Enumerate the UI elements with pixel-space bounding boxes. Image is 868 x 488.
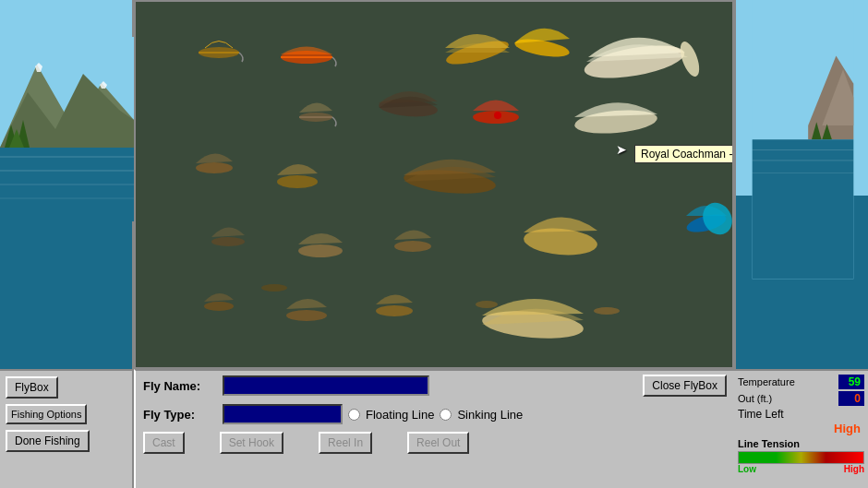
svg-point-26 (494, 112, 501, 119)
fly-tooltip: Royal Coachman - Streamer (634, 145, 734, 163)
svg-point-41 (476, 301, 498, 308)
svg-point-31 (277, 175, 318, 188)
svg-point-39 (376, 305, 413, 316)
action-row: Cast Set Hook Reel In Reel Out (136, 428, 734, 458)
fly-name-label: Fly Name: (143, 379, 217, 393)
floating-line-group: Floating Line (348, 408, 434, 422)
tension-low-label: Low (738, 464, 756, 474)
floating-line-radio[interactable] (348, 409, 360, 421)
cast-button[interactable]: Cast (143, 432, 185, 454)
sinking-line-group: Sinking Line (440, 408, 523, 422)
floating-line-label: Floating Line (366, 408, 434, 422)
svg-point-43 (594, 307, 620, 315)
time-left-row: High (738, 421, 864, 436)
control-panel: Fly Name: Close FlyBox Fly Type: Floatin… (134, 369, 734, 488)
fly-name-input[interactable] (223, 375, 429, 396)
svg-point-38 (286, 310, 327, 321)
reel-in-button[interactable]: Reel In (319, 432, 372, 454)
out-value: 0 (838, 391, 864, 406)
cursor: ➤ (616, 142, 627, 157)
set-hook-button[interactable]: Set Hook (220, 432, 283, 454)
fly-type-input[interactable] (223, 404, 343, 424)
flybox-button[interactable]: FlyBox (6, 376, 58, 399)
svg-point-34 (298, 244, 343, 257)
fly-type-label: Fly Type: (143, 408, 217, 422)
fly-collection: ➤ Royal Coachman - Streamer (136, 2, 732, 367)
mountain-right-icon (736, 0, 868, 369)
fly-name-row: Fly Name: Close FlyBox (136, 371, 734, 400)
out-label: Out (ft.) (738, 393, 772, 404)
tension-bar (738, 451, 864, 464)
flybox-display[interactable]: ➤ Royal Coachman - Streamer (134, 0, 734, 369)
done-fishing-button[interactable]: Done Fishing (6, 430, 90, 452)
mountain-left-icon (0, 37, 134, 221)
time-left-value: High (830, 421, 864, 436)
svg-point-42 (261, 284, 287, 292)
sinking-line-label: Sinking Line (457, 408, 523, 422)
reel-out-button[interactable]: Reel Out (407, 432, 469, 454)
close-flybox-button[interactable]: Close FlyBox (643, 375, 727, 397)
temperature-row: Temperature 59 (738, 375, 864, 389)
fly-type-row: Fly Type: Floating Line Sinking Line (136, 400, 734, 428)
out-row: Out (ft.) 0 (738, 391, 864, 406)
tension-label: Line Tension (738, 438, 864, 449)
fly-collection-svg (136, 2, 734, 369)
svg-point-30 (196, 162, 233, 173)
temperature-value: 59 (838, 375, 864, 389)
tension-labels: Low High (738, 464, 864, 474)
svg-point-37 (204, 302, 234, 311)
time-left-label: Time Left (738, 408, 864, 421)
right-panel: Temperature 59 Out (ft.) 0 Time Left Hig… (734, 0, 868, 488)
svg-point-35 (394, 241, 431, 252)
svg-point-33 (211, 237, 245, 246)
fishing-options-button[interactable]: Fishing Options (6, 404, 87, 424)
right-stats-panel: Temperature 59 Out (ft.) 0 Time Left Hig… (734, 369, 868, 488)
temperature-label: Temperature (738, 376, 795, 387)
sinking-line-radio[interactable] (440, 409, 452, 421)
tension-high-label: High (844, 464, 864, 474)
left-bottom-panel: FlyBox Fishing Options Done Fishing (0, 369, 134, 488)
